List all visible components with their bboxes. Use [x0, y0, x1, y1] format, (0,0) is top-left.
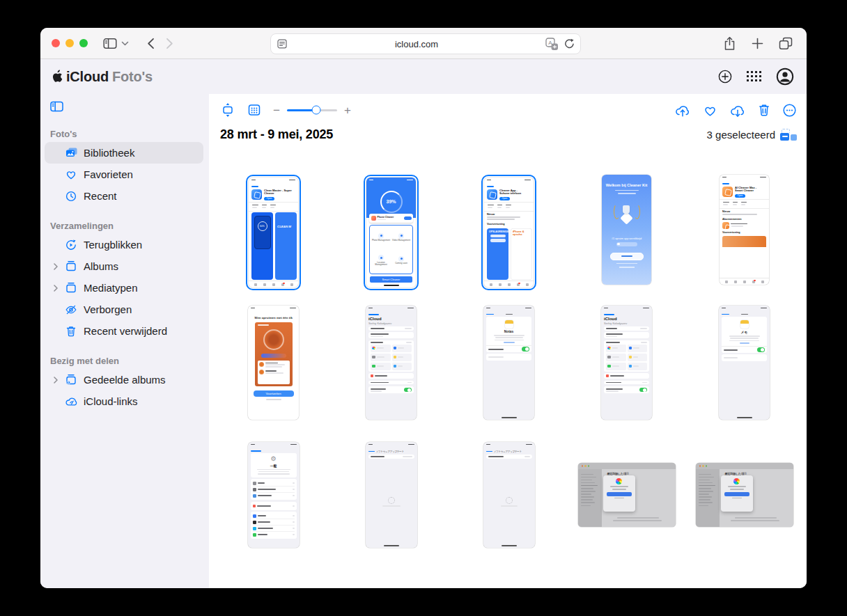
sidebar-item-recent[interactable]: Recent: [45, 185, 203, 207]
sidebar-item-terugblikken[interactable]: Terugblikken: [45, 234, 203, 255]
checking-updates-spinner: [388, 497, 395, 504]
app-icon-blue: [251, 189, 262, 200]
url-host: icloud.com: [288, 39, 545, 49]
chevron-down-icon[interactable]: [121, 41, 129, 46]
shared-album-icon: [64, 374, 78, 386]
url-field[interactable]: icloud.com A: [270, 33, 581, 54]
avatar-icon[interactable]: [776, 68, 794, 86]
fullscreen-button[interactable]: [79, 39, 88, 47]
app-sidebar-toggle-icon[interactable]: [50, 101, 63, 112]
dialog-primary-button: [607, 492, 632, 496]
minimize-button[interactable]: [65, 39, 74, 47]
brand-icloud: iCloud: [66, 69, 109, 85]
photo-thumb-icloud-settings-jp[interactable]: iCloud Serhiy Kolodyazev: [601, 306, 652, 420]
chevron-right-icon[interactable]: [50, 263, 61, 270]
photos-sidebar: Foto's Bibliotheek Favorieten: [40, 94, 209, 588]
photos-repair-dialog: [721, 475, 753, 512]
sidebar-item-label: Mediatypen: [84, 282, 138, 294]
selection-count: 3 geselecteerd: [707, 129, 775, 141]
zoom-slider-knob[interactable]: [311, 106, 320, 115]
new-tab-icon[interactable]: [752, 38, 763, 49]
sidebar-section-fotos: Foto's: [50, 129, 209, 139]
checking-updates-spinner: [506, 497, 513, 504]
traffic-lights: [52, 39, 88, 47]
safari-window: icloud.com A: [40, 28, 807, 588]
fit-vertical-icon[interactable]: [220, 102, 235, 118]
add-circle-icon[interactable]: [717, 69, 733, 84]
back-icon[interactable]: [147, 38, 155, 49]
photo-thumb-cleaner-kit-welcome[interactable]: Welkom bij Cleaner Kit #1 opruim app wer…: [602, 175, 651, 285]
photo-thumb-phone-cleaner-gauge[interactable]: 39% Phone Cleaner Photo Management Video: [366, 177, 416, 287]
sidebar-item-mediatypen[interactable]: Mediatypen: [45, 277, 203, 299]
cleaner-preview-card: [255, 322, 293, 386]
icloud-header: iCloud Foto's: [40, 59, 807, 94]
browser-toolbar: icloud.com A: [40, 28, 807, 59]
selected-photo-ring: 39% Phone Cleaner Photo Management Video: [364, 175, 419, 290]
toggle-on: [404, 388, 412, 393]
photo-thumb-mac-recently-deleted-2[interactable]: 最近削除した項目: [696, 463, 793, 527]
hidden-eye-icon: [64, 303, 78, 316]
app-icon-blue: [487, 189, 497, 200]
calendar-grid-icon[interactable]: [247, 102, 262, 118]
app-grid-icon[interactable]: [747, 71, 762, 82]
close-button[interactable]: [52, 39, 60, 47]
sidebar-item-label: iCloud-links: [84, 395, 138, 407]
trash-icon: [64, 325, 78, 338]
heart-icon: [64, 168, 78, 180]
photo-thumb-clean-master-appstore[interactable]: Clean Master - Super Cleaner Open 60%: [249, 177, 298, 287]
clock-icon: [64, 190, 78, 203]
cloud-link-icon: [64, 396, 78, 406]
photos-content: − +: [209, 94, 807, 588]
favorite-heart-icon[interactable]: [703, 104, 717, 117]
sidebar-item-label: Terugblikken: [84, 239, 142, 251]
toggle-on: [757, 347, 765, 352]
sidebar-item-verborgen[interactable]: Verborgen: [45, 299, 203, 320]
sidebar-toggle-icon[interactable]: [103, 38, 117, 49]
sidebar-item-favorieten[interactable]: Favorieten: [45, 164, 203, 185]
zoom-in-icon[interactable]: +: [344, 104, 351, 116]
delete-trash-icon[interactable]: [758, 103, 770, 117]
translate-icon[interactable]: A: [545, 38, 559, 51]
chevron-right-icon[interactable]: [50, 377, 61, 384]
photo-thumb-software-update-jp-1[interactable]: ソフトウェアアップデート: [366, 442, 417, 548]
cloud-upload-icon[interactable]: [674, 103, 691, 117]
notes-app-icon: [505, 320, 513, 329]
trophy-illustration: [612, 200, 642, 228]
tabs-overview-icon[interactable]: [779, 37, 793, 50]
zoom-slider[interactable]: − +: [273, 104, 351, 116]
album-icon: [64, 282, 78, 294]
zoom-slider-track[interactable]: [287, 109, 337, 111]
zoom-out-icon[interactable]: −: [273, 104, 280, 116]
photo-thumb-mac-recently-deleted-1[interactable]: 最近削除した項目: [578, 463, 676, 527]
photo-thumb-cleaner-app-appstore[interactable]: Cleaner App - Schone telefoon Open Nie: [484, 177, 534, 287]
sidebar-item-label: Favorieten: [84, 168, 133, 180]
page-title: Foto's: [112, 69, 153, 85]
cloud-download-icon[interactable]: [729, 103, 746, 117]
reader-icon[interactable]: [277, 38, 288, 49]
toggle-on: [639, 388, 647, 393]
sidebar-item-icloud-links[interactable]: iCloud-links: [45, 390, 203, 412]
sidebar-item-bibliotheek[interactable]: Bibliotheek: [45, 142, 203, 164]
sidebar-item-gedeelde-albums[interactable]: Gedeelde albums: [45, 369, 203, 390]
photo-thumb-software-update-jp-2[interactable]: ソフトウェアアップデート: [483, 442, 535, 548]
photo-thumb-slim-opruimen[interactable]: Slim opruimen met één tik Voortze: [248, 306, 299, 420]
photo-thumb-ai-cleaner-appstore[interactable]: AI Cleaner Max - Smart Cleaner Open Ni: [720, 175, 769, 285]
reload-icon[interactable]: [564, 38, 575, 49]
share-icon[interactable]: [723, 36, 736, 51]
photos-repair-dialog: [603, 475, 635, 512]
sidebar-item-label: Recent verwijderd: [84, 325, 167, 337]
more-options-icon[interactable]: [782, 103, 797, 118]
photo-thumb-icloud-settings-es[interactable]: iCloud Serhiy Kolodyazev: [366, 306, 417, 420]
notes-app-icon: [740, 320, 749, 329]
sidebar-item-label: Verborgen: [84, 303, 132, 315]
photos-library-icon: [64, 147, 78, 159]
forward-icon[interactable]: [166, 38, 173, 49]
sidebar-item-albums[interactable]: Albums: [45, 255, 203, 277]
chevron-right-icon[interactable]: [50, 285, 61, 292]
photo-thumb-general-settings-jp[interactable]: ⚙ 一般: [248, 442, 300, 548]
photo-thumb-notes-settings-es[interactable]: Notas: [483, 306, 534, 420]
gear-icon: ⚙: [270, 456, 276, 462]
sidebar-item-recent-verwijderd[interactable]: Recent verwijderd: [45, 320, 203, 342]
memories-icon: [64, 239, 78, 251]
photo-thumb-notes-settings-jp[interactable]: メモ: [719, 306, 770, 420]
